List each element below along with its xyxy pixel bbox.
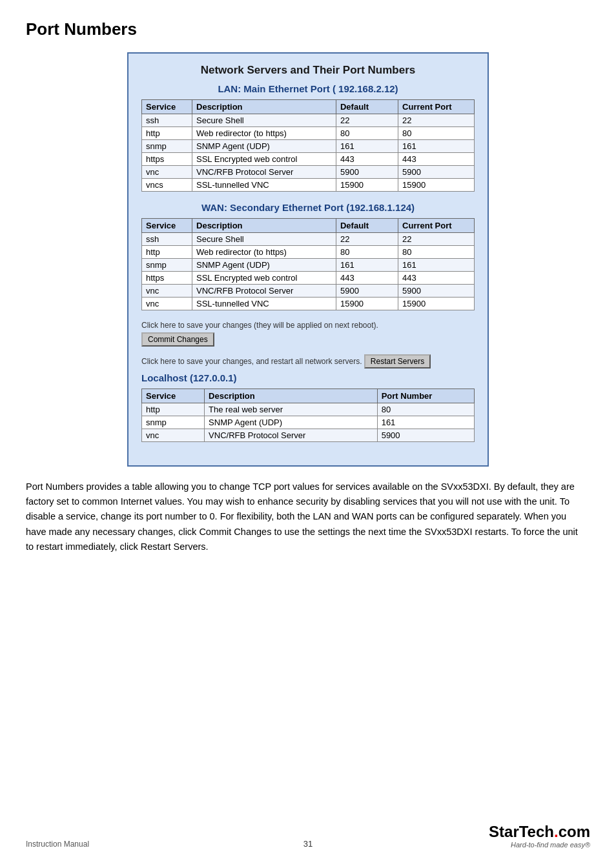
wan-col-description: Description (192, 219, 336, 233)
port-input[interactable] (402, 116, 441, 125)
port-input-cell[interactable] (398, 285, 475, 298)
table-row: httpsSSL Encrypted web control (142, 153, 475, 166)
port-input-cell[interactable] (336, 127, 398, 140)
commit-section: Click here to save your changes (they wi… (141, 321, 475, 347)
table-cell: 5900 (377, 429, 474, 442)
port-input[interactable] (402, 299, 441, 308)
port-input[interactable] (340, 260, 379, 270)
port-input-cell[interactable] (336, 246, 398, 259)
table-cell: VNC/RFB Protocol Server (192, 166, 336, 179)
table-cell: SSL-tunnelled VNC (192, 298, 336, 310)
port-input-cell[interactable] (336, 285, 398, 298)
port-input-cell[interactable] (336, 179, 398, 192)
port-input[interactable] (402, 260, 441, 270)
table-row: httpThe real web server80 (142, 403, 475, 416)
table-row: httpWeb redirector (to https) (142, 246, 475, 259)
port-input[interactable] (402, 154, 441, 164)
port-input[interactable] (402, 286, 441, 296)
table-cell: ssh (142, 233, 192, 246)
port-input-cell[interactable] (336, 272, 398, 285)
wan-table: Service Description Default Current Port… (141, 218, 475, 310)
lan-col-default: Default (336, 100, 398, 114)
table-cell: vnc (142, 285, 192, 298)
page-title: Port Numbers (26, 19, 590, 39)
localhost-section-title: Localhost (127.0.0.1) (141, 372, 475, 383)
table-cell: VNC/RFB Protocol Server (192, 285, 336, 298)
port-input-cell[interactable] (336, 233, 398, 246)
table-cell: The real web server (205, 403, 378, 416)
port-input[interactable] (340, 128, 379, 138)
port-input-cell[interactable] (398, 298, 475, 310)
wan-col-service: Service (142, 219, 192, 233)
table-row: vncsSSL-tunnelled VNC (142, 179, 475, 192)
table-cell: https (142, 153, 192, 166)
port-input-cell[interactable] (336, 259, 398, 272)
table-cell: https (142, 272, 192, 285)
restart-button[interactable]: Restart Servers (364, 354, 431, 368)
port-input[interactable] (340, 141, 379, 151)
restart-section: Click here to save your changes, and res… (141, 352, 475, 368)
port-input[interactable] (340, 116, 379, 125)
table-cell: Web redirector (to https) (192, 246, 336, 259)
port-input[interactable] (402, 180, 441, 190)
port-input-cell[interactable] (336, 114, 398, 127)
logo-com: com (559, 823, 590, 840)
port-input[interactable] (340, 180, 379, 190)
table-cell: SSL Encrypted web control (192, 272, 336, 285)
localhost-table: Service Description Port Number httpThe … (141, 389, 475, 442)
port-input[interactable] (340, 234, 379, 244)
table-row: sshSecure Shell (142, 233, 475, 246)
port-input-cell[interactable] (398, 140, 475, 153)
port-input-cell[interactable] (336, 166, 398, 179)
wan-section-title: WAN: Secondary Ethernet Port (192.168.1.… (141, 202, 475, 213)
logo-tagline: Hard-to-find made easy® (489, 841, 590, 849)
table-cell: snmp (142, 416, 205, 429)
port-input-cell[interactable] (398, 246, 475, 259)
port-input[interactable] (402, 128, 441, 138)
port-input-cell[interactable] (336, 140, 398, 153)
table-cell: vnc (142, 429, 205, 442)
port-input[interactable] (340, 247, 379, 257)
table-row: snmpSNMP Agent (UDP)161 (142, 416, 475, 429)
port-input-cell[interactable] (398, 179, 475, 192)
table-row: httpWeb redirector (to https) (142, 127, 475, 140)
restart-text: Click here to save your changes, and res… (141, 357, 362, 366)
footer-page-number: 31 (303, 839, 313, 849)
port-input-cell[interactable] (398, 272, 475, 285)
port-input[interactable] (402, 273, 441, 283)
port-input[interactable] (340, 299, 379, 308)
port-input-cell[interactable] (398, 153, 475, 166)
table-cell: http (142, 127, 192, 140)
table-cell: SSL-tunnelled VNC (192, 179, 336, 192)
port-input-cell[interactable] (398, 127, 475, 140)
logo-startech: StarTech (489, 823, 554, 840)
commit-text: Click here to save your changes (they wi… (141, 321, 378, 330)
port-input[interactable] (402, 141, 441, 151)
footer-logo: StarTech.com Hard-to-find made easy® (489, 823, 590, 849)
table-row: vncVNC/RFB Protocol Server (142, 285, 475, 298)
table-cell: snmp (142, 259, 192, 272)
lan-section-title: LAN: Main Ethernet Port ( 192.168.2.12) (141, 83, 475, 94)
logo-text: StarTech.com (489, 823, 590, 841)
port-input-cell[interactable] (398, 114, 475, 127)
port-input-cell[interactable] (398, 233, 475, 246)
port-input-cell[interactable] (398, 259, 475, 272)
commit-button[interactable]: Commit Changes (141, 332, 214, 347)
port-input[interactable] (340, 154, 379, 164)
table-cell: Secure Shell (192, 233, 336, 246)
main-content-box: Network Servers and Their Port Numbers L… (127, 52, 489, 467)
port-input[interactable] (340, 167, 379, 177)
lan-col-current-port: Current Port (398, 100, 475, 114)
port-input[interactable] (402, 247, 441, 257)
port-input-cell[interactable] (336, 298, 398, 310)
port-input-cell[interactable] (398, 166, 475, 179)
footer: Instruction Manual 31 StarTech.com Hard-… (26, 823, 590, 849)
port-input[interactable] (340, 286, 379, 296)
port-input[interactable] (402, 234, 441, 244)
table-row: snmpSNMP Agent (UDP) (142, 259, 475, 272)
port-input[interactable] (340, 273, 379, 283)
wan-col-current-port: Current Port (398, 219, 475, 233)
port-input[interactable] (402, 167, 441, 177)
table-row: vncVNC/RFB Protocol Server (142, 166, 475, 179)
port-input-cell[interactable] (336, 153, 398, 166)
